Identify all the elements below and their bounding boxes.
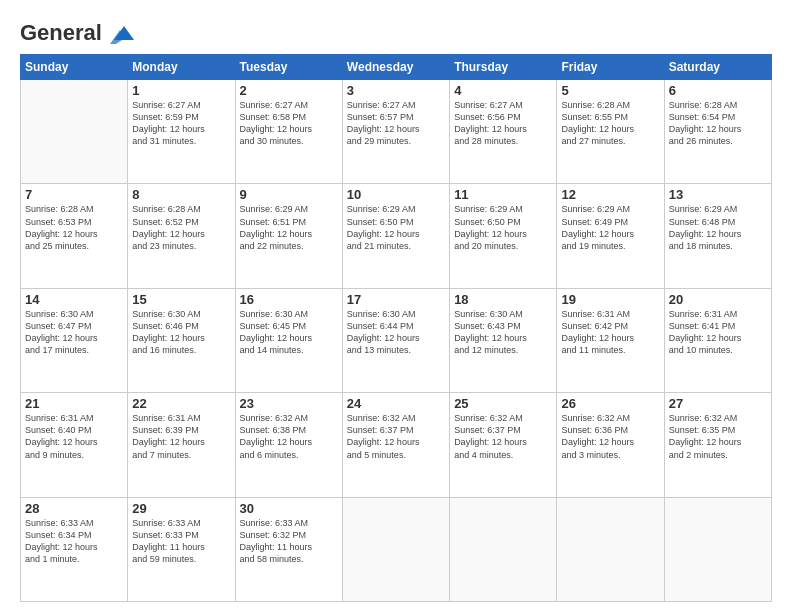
calendar-cell: 13Sunrise: 6:29 AM Sunset: 6:48 PM Dayli… <box>664 184 771 288</box>
day-info: Sunrise: 6:27 AM Sunset: 6:58 PM Dayligh… <box>240 99 338 148</box>
calendar-cell: 16Sunrise: 6:30 AM Sunset: 6:45 PM Dayli… <box>235 288 342 392</box>
day-number: 24 <box>347 396 445 411</box>
day-info: Sunrise: 6:29 AM Sunset: 6:50 PM Dayligh… <box>347 203 445 252</box>
calendar-cell: 20Sunrise: 6:31 AM Sunset: 6:41 PM Dayli… <box>664 288 771 392</box>
day-number: 2 <box>240 83 338 98</box>
day-number: 8 <box>132 187 230 202</box>
calendar-cell: 28Sunrise: 6:33 AM Sunset: 6:34 PM Dayli… <box>21 497 128 601</box>
page: General SundayMondayTuesdayWednesdayThur… <box>0 0 792 612</box>
day-number: 17 <box>347 292 445 307</box>
weekday-header-monday: Monday <box>128 55 235 80</box>
day-number: 15 <box>132 292 230 307</box>
calendar-week-4: 21Sunrise: 6:31 AM Sunset: 6:40 PM Dayli… <box>21 393 772 497</box>
calendar-week-1: 1Sunrise: 6:27 AM Sunset: 6:59 PM Daylig… <box>21 80 772 184</box>
day-number: 5 <box>561 83 659 98</box>
day-info: Sunrise: 6:28 AM Sunset: 6:53 PM Dayligh… <box>25 203 123 252</box>
day-number: 21 <box>25 396 123 411</box>
day-info: Sunrise: 6:27 AM Sunset: 6:59 PM Dayligh… <box>132 99 230 148</box>
day-info: Sunrise: 6:31 AM Sunset: 6:39 PM Dayligh… <box>132 412 230 461</box>
calendar-cell: 10Sunrise: 6:29 AM Sunset: 6:50 PM Dayli… <box>342 184 449 288</box>
calendar-cell: 25Sunrise: 6:32 AM Sunset: 6:37 PM Dayli… <box>450 393 557 497</box>
calendar-cell: 4Sunrise: 6:27 AM Sunset: 6:56 PM Daylig… <box>450 80 557 184</box>
day-info: Sunrise: 6:28 AM Sunset: 6:54 PM Dayligh… <box>669 99 767 148</box>
header: General <box>20 18 772 44</box>
day-number: 26 <box>561 396 659 411</box>
day-info: Sunrise: 6:28 AM Sunset: 6:52 PM Dayligh… <box>132 203 230 252</box>
weekday-header-thursday: Thursday <box>450 55 557 80</box>
day-number: 23 <box>240 396 338 411</box>
weekday-header-friday: Friday <box>557 55 664 80</box>
day-number: 9 <box>240 187 338 202</box>
day-info: Sunrise: 6:31 AM Sunset: 6:41 PM Dayligh… <box>669 308 767 357</box>
calendar-cell: 18Sunrise: 6:30 AM Sunset: 6:43 PM Dayli… <box>450 288 557 392</box>
logo: General <box>20 18 136 44</box>
day-info: Sunrise: 6:33 AM Sunset: 6:32 PM Dayligh… <box>240 517 338 566</box>
calendar-cell: 26Sunrise: 6:32 AM Sunset: 6:36 PM Dayli… <box>557 393 664 497</box>
day-info: Sunrise: 6:30 AM Sunset: 6:46 PM Dayligh… <box>132 308 230 357</box>
day-info: Sunrise: 6:32 AM Sunset: 6:37 PM Dayligh… <box>347 412 445 461</box>
day-number: 29 <box>132 501 230 516</box>
day-info: Sunrise: 6:29 AM Sunset: 6:48 PM Dayligh… <box>669 203 767 252</box>
weekday-header-tuesday: Tuesday <box>235 55 342 80</box>
day-number: 10 <box>347 187 445 202</box>
day-number: 18 <box>454 292 552 307</box>
calendar-table: SundayMondayTuesdayWednesdayThursdayFrid… <box>20 54 772 602</box>
day-info: Sunrise: 6:29 AM Sunset: 6:49 PM Dayligh… <box>561 203 659 252</box>
weekday-header-wednesday: Wednesday <box>342 55 449 80</box>
day-number: 22 <box>132 396 230 411</box>
day-info: Sunrise: 6:32 AM Sunset: 6:35 PM Dayligh… <box>669 412 767 461</box>
calendar-cell <box>450 497 557 601</box>
calendar-cell <box>664 497 771 601</box>
calendar-cell: 22Sunrise: 6:31 AM Sunset: 6:39 PM Dayli… <box>128 393 235 497</box>
calendar-cell: 30Sunrise: 6:33 AM Sunset: 6:32 PM Dayli… <box>235 497 342 601</box>
day-number: 11 <box>454 187 552 202</box>
day-info: Sunrise: 6:27 AM Sunset: 6:56 PM Dayligh… <box>454 99 552 148</box>
day-number: 28 <box>25 501 123 516</box>
day-number: 16 <box>240 292 338 307</box>
calendar-cell <box>557 497 664 601</box>
day-info: Sunrise: 6:32 AM Sunset: 6:38 PM Dayligh… <box>240 412 338 461</box>
calendar-cell: 29Sunrise: 6:33 AM Sunset: 6:33 PM Dayli… <box>128 497 235 601</box>
calendar-cell: 21Sunrise: 6:31 AM Sunset: 6:40 PM Dayli… <box>21 393 128 497</box>
calendar-cell: 23Sunrise: 6:32 AM Sunset: 6:38 PM Dayli… <box>235 393 342 497</box>
calendar-cell: 27Sunrise: 6:32 AM Sunset: 6:35 PM Dayli… <box>664 393 771 497</box>
calendar-cell: 3Sunrise: 6:27 AM Sunset: 6:57 PM Daylig… <box>342 80 449 184</box>
day-number: 12 <box>561 187 659 202</box>
day-number: 13 <box>669 187 767 202</box>
day-number: 4 <box>454 83 552 98</box>
day-info: Sunrise: 6:33 AM Sunset: 6:34 PM Dayligh… <box>25 517 123 566</box>
day-info: Sunrise: 6:29 AM Sunset: 6:50 PM Dayligh… <box>454 203 552 252</box>
day-number: 1 <box>132 83 230 98</box>
day-info: Sunrise: 6:31 AM Sunset: 6:40 PM Dayligh… <box>25 412 123 461</box>
calendar-header-row: SundayMondayTuesdayWednesdayThursdayFrid… <box>21 55 772 80</box>
calendar-cell: 2Sunrise: 6:27 AM Sunset: 6:58 PM Daylig… <box>235 80 342 184</box>
day-number: 30 <box>240 501 338 516</box>
calendar-cell: 6Sunrise: 6:28 AM Sunset: 6:54 PM Daylig… <box>664 80 771 184</box>
calendar-cell <box>342 497 449 601</box>
day-info: Sunrise: 6:30 AM Sunset: 6:43 PM Dayligh… <box>454 308 552 357</box>
day-number: 25 <box>454 396 552 411</box>
weekday-header-sunday: Sunday <box>21 55 128 80</box>
day-info: Sunrise: 6:27 AM Sunset: 6:57 PM Dayligh… <box>347 99 445 148</box>
calendar-cell: 19Sunrise: 6:31 AM Sunset: 6:42 PM Dayli… <box>557 288 664 392</box>
day-number: 3 <box>347 83 445 98</box>
day-number: 19 <box>561 292 659 307</box>
calendar-cell: 1Sunrise: 6:27 AM Sunset: 6:59 PM Daylig… <box>128 80 235 184</box>
calendar-cell <box>21 80 128 184</box>
calendar-week-2: 7Sunrise: 6:28 AM Sunset: 6:53 PM Daylig… <box>21 184 772 288</box>
day-info: Sunrise: 6:32 AM Sunset: 6:36 PM Dayligh… <box>561 412 659 461</box>
calendar-cell: 8Sunrise: 6:28 AM Sunset: 6:52 PM Daylig… <box>128 184 235 288</box>
calendar-week-3: 14Sunrise: 6:30 AM Sunset: 6:47 PM Dayli… <box>21 288 772 392</box>
day-info: Sunrise: 6:32 AM Sunset: 6:37 PM Dayligh… <box>454 412 552 461</box>
day-info: Sunrise: 6:33 AM Sunset: 6:33 PM Dayligh… <box>132 517 230 566</box>
logo-general: General <box>20 20 102 46</box>
day-number: 6 <box>669 83 767 98</box>
calendar-cell: 7Sunrise: 6:28 AM Sunset: 6:53 PM Daylig… <box>21 184 128 288</box>
calendar-cell: 17Sunrise: 6:30 AM Sunset: 6:44 PM Dayli… <box>342 288 449 392</box>
day-number: 20 <box>669 292 767 307</box>
day-info: Sunrise: 6:30 AM Sunset: 6:45 PM Dayligh… <box>240 308 338 357</box>
day-info: Sunrise: 6:29 AM Sunset: 6:51 PM Dayligh… <box>240 203 338 252</box>
day-info: Sunrise: 6:30 AM Sunset: 6:44 PM Dayligh… <box>347 308 445 357</box>
calendar-cell: 5Sunrise: 6:28 AM Sunset: 6:55 PM Daylig… <box>557 80 664 184</box>
calendar-cell: 12Sunrise: 6:29 AM Sunset: 6:49 PM Dayli… <box>557 184 664 288</box>
